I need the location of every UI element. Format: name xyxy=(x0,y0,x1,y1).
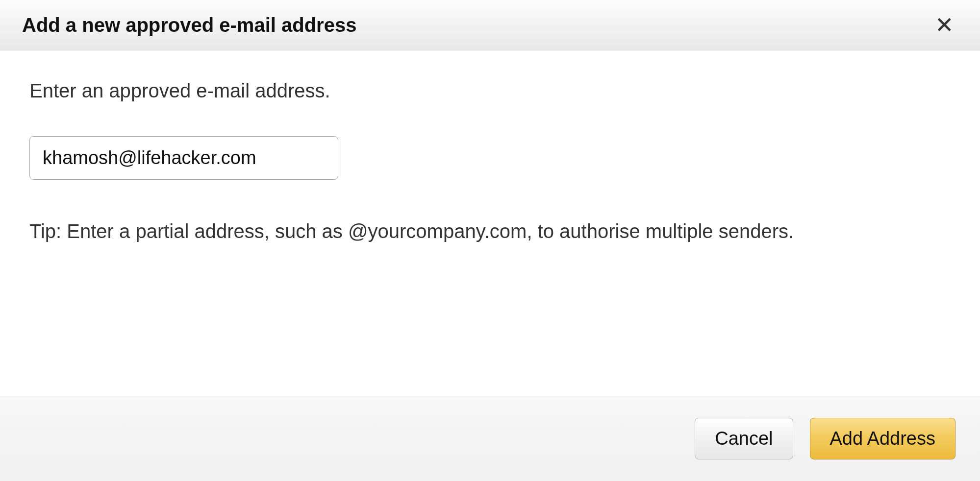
email-input[interactable] xyxy=(29,136,338,180)
dialog-footer: Cancel Add Address xyxy=(0,396,980,481)
add-approved-email-dialog: Add a new approved e-mail address ✕ Ente… xyxy=(0,0,980,481)
tip-text: Tip: Enter a partial address, such as @y… xyxy=(29,218,951,244)
cancel-button[interactable]: Cancel xyxy=(695,418,793,459)
prompt-text: Enter an approved e-mail address. xyxy=(29,80,951,102)
dialog-header: Add a new approved e-mail address ✕ xyxy=(0,0,980,50)
close-icon[interactable]: ✕ xyxy=(931,14,958,36)
add-address-button[interactable]: Add Address xyxy=(810,418,955,459)
dialog-body: Enter an approved e-mail address. Tip: E… xyxy=(0,50,980,396)
dialog-title: Add a new approved e-mail address xyxy=(22,14,356,36)
